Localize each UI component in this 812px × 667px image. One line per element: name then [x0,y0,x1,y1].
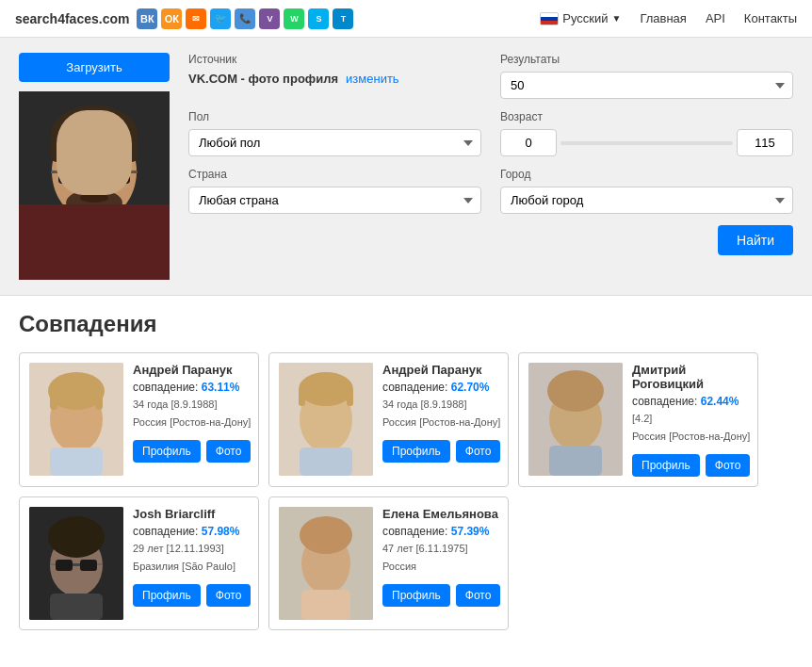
gender-select[interactable]: Любой пол [188,129,481,156]
profile-button-1[interactable]: Профиль [133,440,201,463]
social-icons: ВК ОК ✉ 🐦 📞 V W S T [137,8,353,29]
main-panel: Загрузить [0,38,812,296]
person-photo [19,91,170,280]
results-section: Совпадения Андрей Паранук совпадение: 63… [0,296,812,645]
age-col: Возраст [500,110,793,156]
profile-button-5[interactable]: Профиль [382,584,450,607]
country-label: Страна [188,168,481,181]
result-match-3: совпадение: 62.44% [632,395,750,408]
result-detail1-1: 34 года [8.9.1988] [133,398,251,412]
result-detail1-5: 47 лет [6.11.1975] [382,542,500,556]
svg-point-3 [52,122,137,220]
age-slider[interactable] [560,141,733,145]
country-select[interactable]: Любая страна [188,187,481,214]
photo-button-1[interactable]: Фото [206,440,252,463]
change-link[interactable]: изменить [346,72,399,86]
city-col: Город Любой город [500,168,793,214]
result-photo-3 [528,363,623,476]
photo-preview [19,91,170,280]
whatsapp-icon[interactable]: W [284,8,304,29]
gender-col: Пол Любой пол [188,110,481,156]
result-match-5: совпадение: 57.39% [382,525,500,538]
svg-rect-18 [50,391,57,410]
profile-button-3[interactable]: Профиль [632,454,700,477]
telegram-icon[interactable]: T [333,8,353,29]
svg-point-33 [48,516,105,558]
language-label: Русский [562,11,608,25]
gender-age-row: Пол Любой пол Возраст [188,110,793,156]
result-info-5: Елена Емельянова совпадение: 57.39% 47 л… [382,507,500,607]
result-card-1: Андрей Паранук совпадение: 63.11% 34 год… [19,352,259,487]
nav-main[interactable]: Главная [640,11,686,25]
nav-contacts[interactable]: Контакты [744,11,797,25]
svg-point-4 [51,106,138,162]
result-detail1-2: 34 года [8.9.1988] [382,398,500,412]
svg-point-2 [28,228,160,280]
city-select[interactable]: Любой город [500,187,793,214]
result-actions-4: Профиль Фото [133,584,251,607]
photo-button-3[interactable]: Фото [706,454,751,477]
result-card-4: Josh Briarcliff совпадение: 57.98% 29 ле… [19,496,259,630]
result-photo-5 [279,507,373,620]
mail-icon[interactable]: ✉ [186,8,206,29]
upload-section: Загрузить [19,53,170,280]
result-detail1-3: [4.2] [632,412,750,426]
skype-icon[interactable]: S [308,8,329,29]
result-card-3: Дмитрий Роговицкий совпадение: 62.44% [4… [518,352,758,487]
upload-button[interactable]: Загрузить [19,53,170,82]
svg-rect-11 [51,171,58,173]
vk-icon[interactable]: ВК [137,8,157,29]
result-detail2-1: Россия [Ростов-на-Дону] [133,415,251,430]
result-detail2-2: Россия [Ростов-на-Дону] [382,415,500,430]
photo-button-4[interactable]: Фото [206,584,252,607]
source-row: Источник VK.COM - фото профиля изменить … [188,53,793,99]
svg-rect-8 [58,165,89,184]
result-match-2: совпадение: 62.70% [382,381,500,394]
profile-button-2[interactable]: Профиль [382,440,450,463]
country-col: Страна Любая страна [188,168,481,214]
site-title: search4faces.com [15,11,129,26]
svg-rect-0 [19,91,170,280]
svg-rect-38 [97,563,103,565]
result-actions-2: Профиль Фото [382,440,500,463]
result-card-2: Андрей Паранук совпадение: 62.70% 34 год… [268,352,509,487]
match-pct-3: 62.44% [701,395,739,408]
source-label: Источник [188,53,481,66]
result-detail2-3: Россия [Ростов-на-Дону] [632,430,750,444]
match-pct-5: 57.39% [451,525,490,538]
result-name-2: Андрей Паранук [382,363,500,377]
svg-rect-9 [99,165,130,184]
results-select[interactable]: 50 100 200 [500,72,793,99]
phone-icon[interactable]: 📞 [235,8,255,29]
language-selector[interactable]: Русский ▼ [540,11,621,25]
svg-rect-37 [50,563,56,565]
nav-api[interactable]: API [706,11,725,25]
form-section: Источник VK.COM - фото профиля изменить … [188,53,793,280]
result-name-4: Josh Briarcliff [133,507,251,521]
ok-icon[interactable]: ОК [161,8,182,29]
result-info-4: Josh Briarcliff совпадение: 57.98% 29 ле… [133,507,251,607]
svg-rect-43 [301,590,350,620]
photo-button-2[interactable]: Фото [456,440,501,463]
svg-point-42 [300,516,352,554]
age-max-input[interactable] [737,129,793,156]
twitter-icon[interactable]: 🐦 [210,8,231,29]
result-info-1: Андрей Паранук совпадение: 63.11% 34 год… [133,363,251,463]
form-bottom-row: Найти [188,225,793,255]
svg-rect-26 [300,447,352,476]
find-button[interactable]: Найти [718,225,793,255]
result-name-1: Андрей Паранук [133,363,251,377]
header-right: Русский ▼ Главная API Контакты [540,11,797,25]
result-photo-4 [29,507,123,620]
age-min-input[interactable] [500,129,557,156]
result-photo-2 [279,363,373,476]
result-photo-1 [29,363,123,476]
result-match-4: совпадение: 57.98% [133,525,251,538]
header-left: search4faces.com ВК ОК ✉ 🐦 📞 V W S T [15,8,353,29]
profile-button-4[interactable]: Профиль [133,584,201,607]
chevron-down-icon: ▼ [611,13,621,24]
photo-button-5[interactable]: Фото [456,584,501,607]
header: search4faces.com ВК ОК ✉ 🐦 📞 V W S T Рус… [0,0,812,38]
source-col: Источник VK.COM - фото профиля изменить [188,53,481,99]
viber-icon[interactable]: V [259,8,280,29]
